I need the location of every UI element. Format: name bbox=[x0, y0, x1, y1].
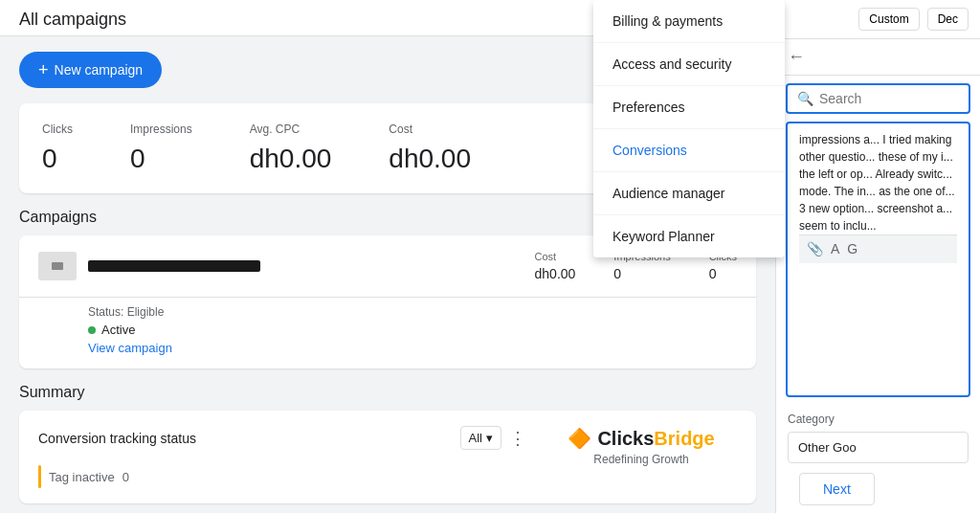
stat-cost: Cost dh0.00 bbox=[389, 123, 471, 174]
stat-avg-cpc: Avg. CPC dh0.00 bbox=[250, 123, 332, 174]
attach-icon[interactable]: 📎 bbox=[807, 239, 823, 259]
campaign-cost-value: dh0.00 bbox=[535, 266, 576, 281]
summary-title: Summary bbox=[19, 384, 756, 401]
right-sidebar: Custom Dec ← 🔍 impressions a... I tried … bbox=[775, 0, 980, 513]
back-arrow-icon[interactable]: ← bbox=[776, 39, 980, 76]
new-campaign-button[interactable]: + New campaign bbox=[19, 52, 162, 88]
filter-label: All bbox=[469, 431, 482, 445]
active-badge: Active bbox=[88, 323, 737, 337]
dropdown-access[interactable]: Access and security bbox=[593, 43, 785, 86]
search-icon: 🔍 bbox=[797, 91, 813, 106]
dropdown-audience[interactable]: Audience manager bbox=[593, 172, 785, 215]
svg-rect-0 bbox=[52, 262, 63, 270]
message-toolbar: 📎 A G bbox=[799, 234, 957, 263]
category-label: Category bbox=[788, 413, 969, 426]
page-title: All campaigns bbox=[19, 10, 126, 29]
next-button[interactable]: Next bbox=[799, 473, 875, 505]
dropdown-preferences[interactable]: Preferences bbox=[593, 86, 785, 129]
avg-cpc-label: Avg. CPC bbox=[250, 123, 332, 136]
campaign-left bbox=[38, 252, 260, 280]
search-input[interactable] bbox=[819, 91, 959, 106]
impressions-label: Impressions bbox=[130, 123, 192, 136]
tag-label: Tag inactive bbox=[49, 470, 115, 484]
category-value: Other Goo bbox=[788, 432, 969, 463]
clicks-value: 0 bbox=[42, 144, 73, 174]
view-campaign-link[interactable]: View campaign bbox=[88, 341, 737, 355]
filter-select[interactable]: All ▾ bbox=[460, 426, 501, 450]
summary-card: Conversion tracking status All ▾ ⋮ Tag i… bbox=[19, 411, 756, 503]
cost-value: dh0.00 bbox=[389, 144, 471, 174]
active-dot bbox=[88, 326, 96, 334]
campaign-impressions-value: 0 bbox=[613, 266, 670, 281]
conversion-tracking-title: Conversion tracking status bbox=[38, 431, 196, 446]
conversion-header: Conversion tracking status All ▾ ⋮ bbox=[38, 426, 526, 450]
message-text: impressions a... I tried making other qu… bbox=[799, 133, 955, 233]
logo-clicks: Clicks bbox=[597, 428, 654, 449]
conversion-controls: All ▾ ⋮ bbox=[460, 426, 526, 450]
tag-bar-icon bbox=[38, 465, 41, 488]
new-campaign-label: New campaign bbox=[55, 62, 144, 78]
dropdown-keyword-planner[interactable]: Keyword Planner bbox=[593, 215, 785, 257]
campaign-cost: Cost dh0.00 bbox=[535, 251, 576, 281]
active-label: Active bbox=[101, 323, 135, 337]
avg-cpc-value: dh0.00 bbox=[250, 144, 332, 174]
campaign-clicks-value: 0 bbox=[709, 266, 737, 281]
cost-label: Cost bbox=[389, 123, 471, 136]
logo-area: 🔶 ClicksBridge Redefining Growth bbox=[546, 426, 737, 466]
category-section: Category Other Goo Next bbox=[776, 405, 980, 513]
more-options-icon[interactable]: ⋮ bbox=[509, 428, 526, 449]
font-icon[interactable]: A bbox=[831, 239, 839, 259]
status-text: Status: Eligible bbox=[88, 305, 737, 319]
dropdown-billing[interactable]: Billing & payments bbox=[593, 0, 785, 43]
campaign-name-bar bbox=[88, 260, 260, 272]
impressions-value: 0 bbox=[130, 144, 192, 174]
dropdown-arrow-icon: ▾ bbox=[486, 431, 493, 445]
logo-icon: 🔶 bbox=[568, 428, 591, 449]
campaign-cost-label: Cost bbox=[535, 251, 576, 262]
search-box: 🔍 bbox=[786, 83, 970, 114]
summary-left: Conversion tracking status All ▾ ⋮ Tag i… bbox=[38, 426, 526, 488]
campaign-thumbnail bbox=[38, 252, 77, 280]
plus-icon: + bbox=[38, 61, 49, 78]
date-button[interactable]: Dec bbox=[927, 8, 969, 31]
logo-bridge: Bridge bbox=[654, 428, 714, 449]
tag-row: Tag inactive 0 bbox=[38, 465, 526, 488]
dropdown-menu: Billing & payments Access and security P… bbox=[593, 0, 785, 257]
tag-value: 0 bbox=[122, 470, 129, 484]
clicks-label: Clicks bbox=[42, 123, 73, 136]
campaign-status-row: Status: Eligible Active View campaign bbox=[19, 298, 756, 368]
right-panel-top: Custom Dec bbox=[776, 0, 980, 39]
custom-button[interactable]: Custom bbox=[858, 8, 919, 31]
message-content: impressions a... I tried making other qu… bbox=[786, 122, 970, 397]
stat-clicks: Clicks 0 bbox=[42, 123, 73, 174]
dropdown-conversions[interactable]: Conversions bbox=[593, 129, 785, 172]
stat-impressions: Impressions 0 bbox=[130, 123, 192, 174]
g-icon[interactable]: G bbox=[847, 239, 858, 259]
logo: 🔶 ClicksBridge bbox=[568, 426, 714, 451]
logo-tagline: Redefining Growth bbox=[593, 453, 688, 466]
